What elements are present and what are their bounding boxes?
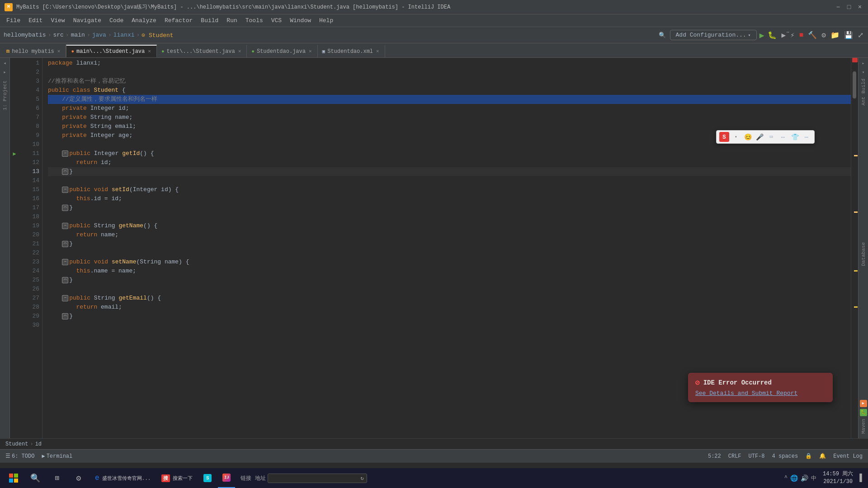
settings-button[interactable]: ⚙ (821, 31, 826, 40)
ime-emoji-icon[interactable]: 😊 (743, 132, 753, 142)
stop-button[interactable]: ■ (799, 31, 804, 39)
crumb-java[interactable]: java (92, 32, 106, 38)
menu-file[interactable]: File (3, 16, 24, 25)
crumb-main[interactable]: main (71, 32, 85, 38)
sogou-app[interactable]: S (199, 468, 216, 488)
maximize-editor-button[interactable]: ⤢ (858, 31, 863, 40)
clock[interactable]: 14:59 周六 2021/1/30 (819, 470, 857, 486)
ie-app[interactable]: e 盛世冰雪传奇官网... (90, 468, 155, 488)
address-go-icon[interactable]: ↻ (360, 475, 363, 482)
tab-close-studentdao[interactable]: × (308, 49, 313, 54)
save-button[interactable]: 💾 (844, 31, 853, 40)
tab-studentdao-xml[interactable]: ▣ Studentdao.xml × (318, 45, 385, 57)
cursor-position[interactable]: 5:22 (706, 452, 723, 460)
menu-window[interactable]: Window (286, 16, 315, 25)
ime-menu1-icon[interactable]: ⋯ (778, 132, 788, 142)
menu-vcs[interactable]: VCS (268, 16, 285, 25)
tab-hellomybatis[interactable]: m hello mybatis × (2, 45, 66, 57)
fold-19[interactable]: − (62, 223, 68, 229)
project-panel-label[interactable]: 1: Project (1, 78, 9, 113)
run-icon-side[interactable]: ▶ (860, 400, 867, 407)
line-ending[interactable]: CRLF (726, 452, 743, 460)
breadcrumb-id[interactable]: id (35, 441, 42, 447)
task-view-button[interactable]: ⊞ (47, 468, 67, 488)
terminal-tab[interactable]: ▶ Terminal (40, 452, 74, 460)
ant-expand-icon[interactable]: ▾ (860, 69, 867, 76)
todo-tab[interactable]: ☰ 6: TODO (4, 452, 36, 460)
project-search-icon[interactable]: 🔍 (657, 30, 667, 40)
fold-17[interactable]: ⌒ (62, 205, 68, 211)
run-gutter-icon-11[interactable]: ▶ (13, 150, 16, 157)
collapse-icon[interactable]: ◂ (2, 60, 8, 66)
search-button[interactable]: 🔍 (25, 468, 45, 488)
expand-icon[interactable]: ▸ (2, 69, 8, 75)
menu-tools[interactable]: Tools (242, 16, 267, 25)
close-button[interactable]: × (856, 4, 863, 11)
tab-student-test[interactable]: ● test\...\Student.java × (157, 45, 247, 57)
menu-edit[interactable]: Edit (25, 16, 46, 25)
profile-button[interactable]: ⚡ (790, 31, 795, 40)
database-label[interactable]: Database (860, 239, 867, 269)
build-project-button[interactable]: 🔨 (808, 31, 817, 40)
fold-23[interactable]: − (62, 259, 68, 265)
ime-shirt-icon[interactable]: 👕 (790, 132, 800, 142)
fold-27[interactable]: − (62, 295, 68, 301)
tab-studentdao[interactable]: ● Studentdao.java × (247, 45, 317, 57)
debug-button[interactable]: 🐛 (768, 31, 777, 40)
show-desktop-btn[interactable]: ▌ (859, 474, 864, 483)
scrollbar[interactable] (851, 58, 858, 438)
crumb-hellomybatis[interactable]: hellomybatis (4, 32, 46, 38)
run-with-coverage-button[interactable]: ▶̈ (781, 31, 786, 40)
fold-29[interactable]: ⌒ (62, 313, 68, 319)
fold-21[interactable]: ⌒ (62, 241, 68, 247)
fold-25[interactable]: ⌒ (62, 277, 68, 283)
ime-menu2-icon[interactable]: ⋯ (802, 132, 811, 142)
tab-close-student-test[interactable]: × (237, 49, 242, 54)
run-button[interactable]: ▶ (760, 30, 764, 40)
tab-student-main[interactable]: ● main\...\Student.java × (66, 45, 156, 57)
tray-expand[interactable]: ^ (784, 475, 788, 481)
maven-label[interactable]: Maven (860, 416, 867, 436)
ime-mic-icon[interactable]: 🎤 (755, 132, 764, 142)
minimize-button[interactable]: − (835, 4, 842, 11)
tab-close-hellomybatis[interactable]: × (57, 49, 61, 54)
menu-navigate[interactable]: Navigate (70, 16, 105, 25)
ime-zh-icon[interactable]: 中 (811, 474, 816, 482)
fold-15[interactable]: − (62, 187, 68, 193)
menu-run[interactable]: Run (223, 16, 241, 25)
breadcrumb-student[interactable]: Student (5, 441, 28, 447)
indent[interactable]: 4 spaces (770, 452, 800, 460)
encoding[interactable]: UTF-8 (747, 452, 767, 460)
ime-dot-icon[interactable]: · (731, 132, 741, 142)
address-input[interactable] (271, 475, 359, 481)
error-link[interactable]: See Details and Submit Report (695, 390, 797, 397)
event-log[interactable]: Event Log (831, 452, 864, 460)
notifications-icon[interactable]: 🔔 (817, 452, 828, 460)
tab-close-xml[interactable]: × (375, 49, 380, 54)
maximize-button[interactable]: □ (845, 4, 853, 11)
tab-close-student-main[interactable]: × (147, 49, 152, 54)
search-app[interactable]: 搜 搜索一下 (157, 468, 197, 488)
collapse-right-icon[interactable]: ▸ (860, 60, 867, 67)
menu-analyze[interactable]: Analyze (128, 16, 160, 25)
code-editor[interactable]: package lianxi; //推荐和表名一样，容易记忆 public cl… (42, 58, 851, 438)
start-button[interactable] (4, 468, 24, 488)
crumb-lianxi[interactable]: lianxi (113, 32, 135, 38)
crumb-student[interactable]: ⊙ Student (142, 32, 173, 39)
open-folder-button[interactable]: 📁 (830, 31, 840, 40)
crumb-src[interactable]: src (53, 32, 63, 38)
menu-code[interactable]: Code (106, 16, 127, 25)
ant-build-label[interactable]: Ant Build (860, 76, 867, 108)
debug-icon-side[interactable]: 🐛 (860, 409, 867, 416)
menu-build[interactable]: Build (197, 16, 222, 25)
menu-view[interactable]: View (47, 16, 68, 25)
ime-keyboard-icon[interactable]: ⌨ (766, 132, 776, 142)
fold-13[interactable]: ⌒ (62, 169, 68, 175)
fold-11[interactable]: − (62, 150, 68, 157)
add-config-button[interactable]: Add Configuration... ▾ (670, 30, 757, 40)
menu-refactor[interactable]: Refactor (161, 16, 196, 25)
winamp-button[interactable]: ⚙ (69, 468, 89, 488)
menu-help[interactable]: Help (316, 16, 337, 25)
lock-icon[interactable]: 🔒 (803, 452, 814, 460)
intellij-app[interactable]: IJ (218, 468, 235, 488)
